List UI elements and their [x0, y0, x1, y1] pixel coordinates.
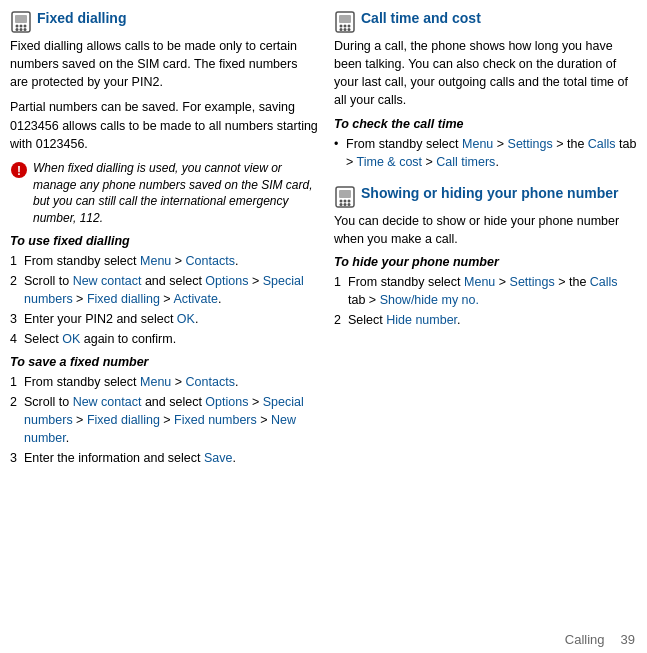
svg-point-24 [344, 203, 347, 206]
svg-point-12 [340, 25, 343, 28]
svg-point-23 [340, 203, 343, 206]
svg-text:!: ! [17, 163, 21, 177]
show-hide-header: Showing or hiding your phone number [334, 185, 637, 208]
svg-rect-11 [339, 15, 351, 23]
link-show-hide-my-no: Show/hide my no. [380, 293, 479, 307]
svg-point-13 [344, 25, 347, 28]
link-activate: Activate [173, 292, 217, 306]
link-menu-1: Menu [140, 254, 171, 268]
link-call-timers: Call timers [436, 155, 495, 169]
link-ok-2: OK [62, 332, 80, 346]
fixed-dialling-para1: Fixed dialling allows calls to be made o… [10, 37, 318, 91]
svg-point-4 [24, 25, 27, 28]
note-block: ! When fixed dialling is used, you canno… [10, 160, 318, 227]
use-fixed-heading: To use fixed dialling [10, 234, 318, 248]
note-icon: ! [10, 161, 28, 179]
svg-point-17 [348, 28, 351, 31]
save-fixed-heading: To save a fixed number [10, 355, 318, 369]
link-special-1: Special numbers [24, 274, 304, 306]
link-fixed-dialling-1: Fixed dialling [87, 292, 160, 306]
link-menu-2: Menu [140, 375, 171, 389]
link-save: Save [204, 451, 233, 465]
step-check-1: • From standby select Menu > Settings > … [334, 135, 637, 171]
fixed-dialling-para2: Partial numbers can be saved. For exampl… [10, 98, 318, 152]
link-options-2: Options [205, 395, 248, 409]
link-new-contact-1: New contact [73, 274, 142, 288]
link-options-1: Options [205, 274, 248, 288]
svg-point-2 [16, 25, 19, 28]
svg-rect-1 [15, 15, 27, 23]
show-hide-icon [334, 186, 356, 208]
link-fixed-dialling-2: Fixed dialling [87, 413, 160, 427]
link-menu-r1: Menu [462, 137, 493, 151]
link-fixed-numbers: Fixed numbers [174, 413, 257, 427]
footer: Calling 39 [0, 626, 647, 653]
link-contacts-2: Contacts [186, 375, 235, 389]
svg-point-6 [20, 28, 23, 31]
svg-point-14 [348, 25, 351, 28]
content-area: Fixed dialling Fixed dialling allows cal… [0, 0, 647, 626]
svg-point-25 [348, 203, 351, 206]
svg-point-16 [344, 28, 347, 31]
svg-point-20 [340, 199, 343, 202]
link-calls-r1: Calls [588, 137, 616, 151]
call-time-para1: During a call, the phone shows how long … [334, 37, 637, 110]
call-time-header: Call time and cost [334, 10, 637, 33]
link-settings-r2: Settings [510, 275, 555, 289]
fixed-dialling-title: Fixed dialling [37, 10, 126, 26]
link-special-2: Special numbers [24, 395, 304, 427]
link-contacts-1: Contacts [186, 254, 235, 268]
step-hide-1: 1 From standby select Menu > Settings > … [334, 273, 637, 309]
link-time-cost: Time & cost [357, 155, 423, 169]
step-use-3: 3 Enter your PIN2 and select OK. [10, 310, 318, 328]
step-save-3: 3 Enter the information and select Save. [10, 449, 318, 467]
link-calls-r2: Calls [590, 275, 618, 289]
hide-number-heading: To hide your phone number [334, 255, 637, 269]
svg-rect-19 [339, 190, 351, 198]
svg-point-7 [24, 28, 27, 31]
check-call-time-heading: To check the call time [334, 117, 637, 131]
footer-label: Calling [565, 632, 605, 647]
link-settings-r1: Settings [508, 137, 553, 151]
step-save-1: 1 From standby select Menu > Contacts. [10, 373, 318, 391]
show-hide-title: Showing or hiding your phone number [361, 185, 618, 201]
note-text: When fixed dialling is used, you cannot … [33, 160, 318, 227]
call-time-icon [334, 11, 356, 33]
step-use-2: 2 Scroll to New contact and select Optio… [10, 272, 318, 308]
show-hide-para1: You can decide to show or hide your phon… [334, 212, 637, 248]
svg-point-15 [340, 28, 343, 31]
step-use-4: 4 Select OK again to confirm. [10, 330, 318, 348]
svg-point-5 [16, 28, 19, 31]
fixed-dialling-header: Fixed dialling [10, 10, 318, 33]
svg-point-3 [20, 25, 23, 28]
left-column: Fixed dialling Fixed dialling allows cal… [10, 10, 330, 626]
link-new-contact-2: New contact [73, 395, 142, 409]
svg-point-22 [348, 199, 351, 202]
fixed-dialling-icon [10, 11, 32, 33]
step-use-1: 1 From standby select Menu > Contacts. [10, 252, 318, 270]
right-column: Call time and cost During a call, the ph… [330, 10, 637, 626]
link-menu-r2: Menu [464, 275, 495, 289]
svg-point-21 [344, 199, 347, 202]
link-ok-1: OK [177, 312, 195, 326]
step-save-2: 2 Scroll to New contact and select Optio… [10, 393, 318, 447]
footer-page: 39 [621, 632, 635, 647]
page: Fixed dialling Fixed dialling allows cal… [0, 0, 647, 653]
call-time-title: Call time and cost [361, 10, 481, 26]
link-hide-number: Hide number [386, 313, 457, 327]
step-hide-2: 2 Select Hide number. [334, 311, 637, 329]
